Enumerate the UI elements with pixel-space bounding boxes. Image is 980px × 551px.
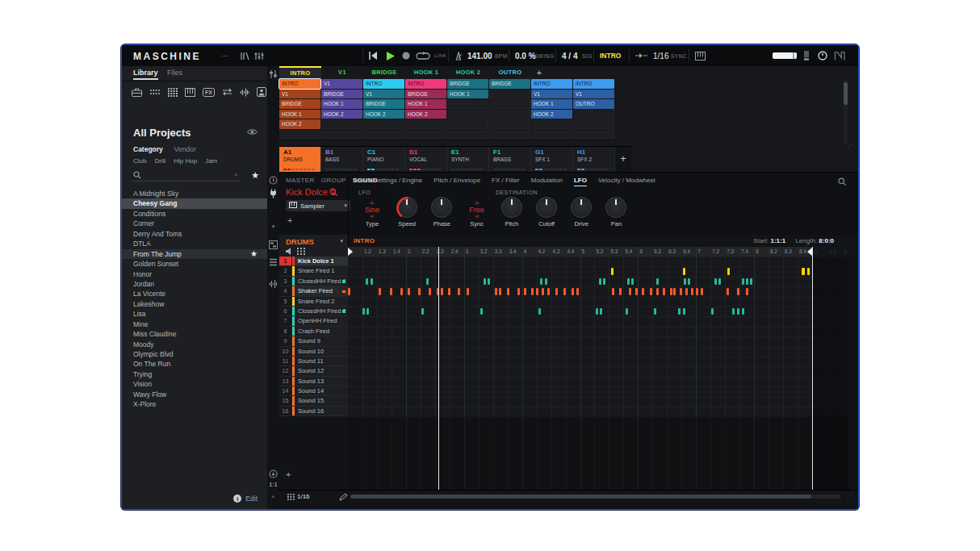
project-list-item[interactable]: Golden Sunset — [122, 259, 267, 269]
group-A1[interactable]: A1DRUMS — [279, 147, 321, 173]
project-list-item[interactable]: Corner — [122, 219, 267, 228]
pattern-cell-empty[interactable] — [405, 119, 446, 129]
note-event[interactable] — [656, 278, 659, 285]
sound-row-9[interactable]: 9Sound 9 — [279, 336, 348, 346]
loop-icon[interactable] — [416, 49, 430, 62]
note-event[interactable] — [642, 288, 644, 294]
collapse-editor-icon[interactable]: ^ — [268, 494, 279, 501]
add-plugin-button[interactable]: + — [287, 215, 292, 225]
group-B1[interactable]: B1BASS — [321, 147, 363, 173]
master-meter-icon[interactable] — [802, 49, 810, 62]
pattern-cell-empty[interactable] — [573, 130, 614, 140]
note-event[interactable] — [742, 308, 744, 315]
record-icon[interactable] — [402, 49, 410, 62]
pattern-cell-empty[interactable] — [489, 119, 530, 129]
fx-icon[interactable]: FX — [203, 88, 215, 97]
note-event[interactable] — [627, 278, 630, 285]
plugin-tab-voice-settings-engine[interactable]: Voice Settings / Engine — [356, 177, 422, 186]
step-list-icon[interactable] — [268, 258, 279, 266]
sound-row-6[interactable]: 6ClosedHH Fired 2 — [279, 307, 348, 316]
current-section[interactable]: INTRO — [600, 52, 621, 60]
grid-icon[interactable] — [287, 494, 295, 502]
project-list-item[interactable]: Conditions — [122, 209, 267, 219]
projects-icon[interactable] — [132, 88, 142, 97]
pattern-cell-empty[interactable] — [489, 110, 530, 119]
note-event[interactable] — [678, 308, 681, 315]
phase-knob[interactable] — [431, 197, 452, 218]
speed-knob[interactable] — [396, 197, 417, 218]
pattern-cell-empty[interactable] — [573, 119, 614, 129]
menu-dots-icon[interactable]: ··· — [221, 49, 228, 62]
note-event[interactable] — [691, 288, 693, 294]
level-tab-master[interactable]: MASTER — [286, 177, 315, 184]
restart-icon[interactable] — [369, 49, 378, 62]
pattern-cell-empty[interactable] — [573, 110, 614, 119]
pattern-cell-H1-outro[interactable]: OUTRO — [573, 99, 614, 109]
note-event[interactable] — [654, 308, 656, 315]
pattern-cell-empty[interactable] — [447, 110, 488, 119]
project-list-item[interactable]: A Midnight Sky — [122, 189, 267, 198]
pattern-cell-empty[interactable] — [489, 130, 530, 140]
playhead-start-marker[interactable] — [348, 248, 353, 256]
pitch-knob[interactable] — [501, 197, 522, 218]
note-event[interactable] — [635, 288, 638, 294]
note-event[interactable] — [441, 288, 443, 294]
note-event[interactable] — [480, 308, 483, 315]
note-event[interactable] — [746, 278, 748, 285]
note-event[interactable] — [495, 288, 497, 294]
note-event[interactable] — [547, 288, 550, 294]
pattern-cell-F1-bridge[interactable]: BRIDGE — [489, 79, 530, 89]
note-event[interactable] — [429, 288, 431, 294]
automation-clock-icon[interactable] — [268, 176, 279, 185]
project-list-item[interactable]: La Vicente — [122, 289, 267, 298]
pattern-cell-B1-hook-1[interactable]: HOOK 1 — [321, 99, 362, 109]
pattern-cell-empty[interactable] — [321, 130, 362, 140]
note-event[interactable] — [542, 288, 544, 294]
editor-resize-handle[interactable]: ⋰ — [847, 493, 852, 499]
note-event[interactable] — [488, 278, 490, 285]
note-event[interactable] — [576, 288, 579, 294]
padmode-icon[interactable] — [297, 248, 305, 257]
note-event[interactable] — [612, 288, 614, 294]
start-value[interactable]: 1:1:1 — [770, 237, 785, 244]
note-event[interactable] — [517, 288, 520, 294]
plugin-tab-velocity-modwheel[interactable]: Velocity / Modwheel — [598, 177, 655, 186]
master-volume-slider[interactable] — [773, 52, 797, 59]
level-tab-group[interactable]: GROUP — [321, 177, 346, 184]
sounds-icon[interactable] — [168, 88, 178, 97]
playhead-line[interactable] — [438, 247, 439, 491]
note-event[interactable] — [711, 308, 714, 315]
note-event[interactable] — [680, 288, 682, 294]
note-event[interactable] — [802, 268, 804, 274]
group-D1[interactable]: D1VOCAL — [405, 147, 447, 173]
arranger-view-icon[interactable] — [268, 69, 279, 79]
group-G1[interactable]: G1SFX 1 — [531, 147, 573, 173]
sound-row-12[interactable]: 12Sound 12 — [279, 366, 348, 376]
note-event[interactable] — [390, 288, 392, 294]
note-event[interactable] — [656, 288, 659, 294]
sound-row-15[interactable]: 15Sound 15 — [279, 396, 348, 406]
pattern-cell-B1-bridge[interactable]: BRIDGE — [321, 90, 362, 99]
pattern-cell-A1-hook-2[interactable]: HOOK 2 — [279, 119, 320, 129]
add-sound-button[interactable]: + — [286, 470, 291, 479]
record-quantize-icon[interactable] — [268, 470, 279, 478]
speaker-icon[interactable] — [286, 248, 294, 257]
info-icon[interactable]: i — [233, 495, 241, 503]
project-list-item[interactable]: Honor — [122, 269, 267, 279]
scene-tab-hook-1[interactable]: HOOK 1 — [405, 66, 447, 79]
note-event[interactable] — [683, 308, 685, 315]
scene-scrollbar[interactable] — [844, 81, 848, 145]
pattern-cell-C1-intro[interactable]: INTRO — [363, 79, 404, 89]
pattern-cell-empty[interactable] — [447, 119, 488, 129]
note-event[interactable] — [531, 288, 534, 294]
plugin-search-icon[interactable] — [838, 177, 847, 188]
drive-knob[interactable] — [571, 197, 592, 218]
project-list-item[interactable]: Lakeshow — [122, 299, 267, 309]
pattern-cell-C1-hook-2[interactable]: HOOK 2 — [363, 110, 404, 119]
note-event[interactable] — [572, 288, 574, 294]
note-event[interactable] — [718, 278, 721, 285]
pianoroll-view-icon[interactable] — [268, 240, 279, 249]
add-scene-button[interactable]: + — [531, 66, 547, 79]
project-list-item[interactable]: Olympic Blvd — [122, 349, 267, 359]
note-event[interactable] — [545, 278, 547, 285]
